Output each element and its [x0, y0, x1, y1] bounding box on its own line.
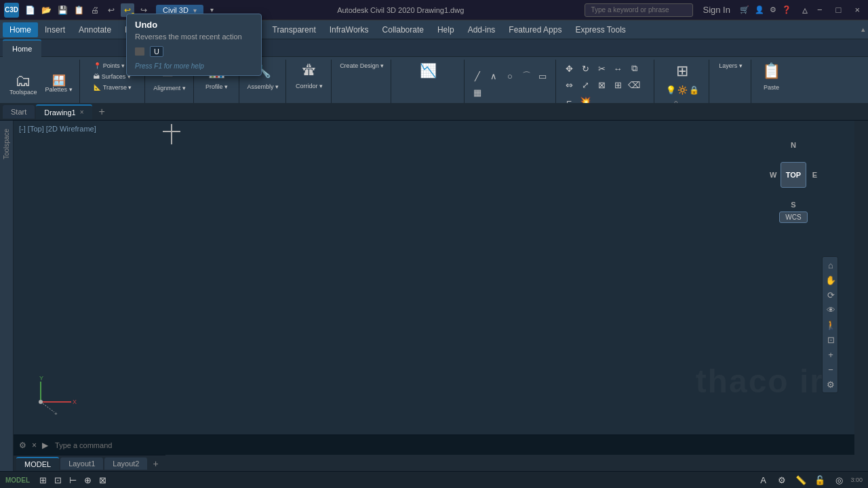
- float-home-button[interactable]: ⌂: [824, 258, 837, 272]
- layers-dropdown[interactable]: Layers ▾: [716, 61, 745, 70]
- rectangle-button[interactable]: ▭: [535, 68, 550, 83]
- copy-button[interactable]: ⧉: [627, 61, 642, 76]
- cmd-settings-icon[interactable]: ⚙: [16, 441, 29, 450]
- units-button[interactable]: 📏: [793, 472, 808, 487]
- isolate-button[interactable]: ◎: [831, 472, 846, 487]
- mirror-button[interactable]: ⇔: [561, 77, 576, 92]
- scale-button[interactable]: ⊠: [594, 77, 609, 92]
- line-button[interactable]: ╱: [470, 68, 485, 83]
- menu-home[interactable]: Home: [3, 22, 38, 37]
- float-zoomin-button[interactable]: +: [824, 348, 837, 361]
- watermark: thaco ir: [696, 363, 824, 400]
- shortcut-key: U: [150, 46, 163, 57]
- menu-infraworks[interactable]: InfraWorks: [323, 22, 376, 37]
- polar-button[interactable]: ⊕: [80, 472, 95, 487]
- circle-button[interactable]: ○: [502, 68, 517, 83]
- float-zoomout-button[interactable]: −: [824, 363, 837, 376]
- tab-layout2[interactable]: Layout2: [104, 458, 147, 470]
- new-button[interactable]: 📄: [23, 3, 37, 17]
- close-button[interactable]: ×: [850, 5, 864, 15]
- menu-featured-apps[interactable]: Featured Apps: [502, 22, 568, 37]
- tab-layout1[interactable]: Layout1: [60, 458, 103, 470]
- array-button[interactable]: ⊞: [610, 77, 625, 92]
- profile-dropdown[interactable]: Profile ▾: [203, 82, 231, 92]
- arc-button[interactable]: ⌒: [519, 68, 534, 83]
- corridor-dropdown[interactable]: Corridor ▾: [293, 81, 326, 91]
- float-settings-button[interactable]: ⚙: [824, 378, 837, 391]
- menu-transparent[interactable]: Transparent: [266, 22, 323, 37]
- menu-insert[interactable]: Insert: [38, 22, 72, 37]
- doc-tabs: Start Drawing1 × +: [0, 103, 868, 121]
- profilesection-button[interactable]: 📉: [417, 61, 439, 80]
- move-button[interactable]: ✥: [561, 61, 576, 76]
- tab-start[interactable]: Start: [3, 105, 35, 119]
- ribbon-tab-home[interactable]: Home: [3, 39, 41, 57]
- float-orbit-button[interactable]: ⟳: [824, 288, 837, 302]
- paste-button[interactable]: 📋: [760, 61, 783, 81]
- search-input[interactable]: [585, 3, 693, 17]
- tab-add-button[interactable]: +: [94, 104, 111, 119]
- plot-button[interactable]: 🖨: [88, 3, 102, 17]
- createdesign-dropdown[interactable]: Create Design ▾: [337, 61, 387, 70]
- tooltip-title: Undo: [135, 20, 253, 30]
- compass: N S E W TOP WCS: [766, 141, 821, 229]
- float-pan-button[interactable]: ✋: [824, 273, 837, 287]
- undo-back-button[interactable]: ↩: [104, 3, 118, 17]
- traverse-button[interactable]: 📐Traverse ▾: [91, 83, 135, 92]
- hatch-button[interactable]: ▦: [470, 85, 485, 100]
- float-extents-button[interactable]: ⊡: [824, 333, 837, 346]
- open-button[interactable]: 📂: [39, 3, 53, 17]
- erase-button[interactable]: ⌫: [627, 77, 642, 92]
- model-tab-add[interactable]: +: [149, 457, 162, 470]
- model-tabs: MODEL Layout1 Layout2 +: [14, 455, 165, 471]
- bracket-open: [-]: [19, 125, 26, 133]
- trim-button[interactable]: ✂: [594, 61, 609, 76]
- menu-annotate[interactable]: Annotate: [72, 22, 118, 37]
- minimize-button[interactable]: −: [813, 5, 827, 15]
- layer-tools-row[interactable]: 💡🔆🔒: [663, 84, 702, 96]
- osnap-button[interactable]: ⊠: [95, 472, 110, 487]
- assembly-dropdown[interactable]: Assembly ▾: [245, 82, 282, 92]
- tab-drawing1[interactable]: Drawing1 ×: [36, 104, 92, 119]
- toolspace-panel: Toolspace: [0, 121, 14, 471]
- menu-help[interactable]: Help: [431, 22, 461, 37]
- stretch-button[interactable]: ⤢: [578, 77, 593, 92]
- corridor-main-button[interactable]: 🛣: [298, 61, 320, 79]
- grid-display-button[interactable]: ⊞: [35, 472, 50, 487]
- palettes-button[interactable]: 🪟 Palettes ▾: [43, 74, 75, 94]
- ortho-button[interactable]: ⊢: [65, 472, 80, 487]
- saveas-button[interactable]: 📋: [72, 3, 85, 17]
- toolspace-button[interactable]: 🗂 Toolspace: [7, 71, 40, 97]
- command-input[interactable]: [51, 441, 852, 449]
- menu-express-tools[interactable]: Express Tools: [568, 22, 632, 37]
- wcs-label[interactable]: WCS: [779, 211, 807, 223]
- time-display: 3:00: [850, 476, 863, 483]
- float-look-button[interactable]: 👁: [824, 303, 837, 317]
- workspace-button[interactable]: ⚙: [774, 472, 789, 487]
- svg-text:+: +: [54, 411, 58, 415]
- maximize-button[interactable]: □: [832, 5, 846, 15]
- alignment-dropdown[interactable]: Alignment ▾: [151, 83, 189, 93]
- lock-button[interactable]: 🔓: [812, 472, 827, 487]
- save-button[interactable]: 💾: [56, 3, 69, 17]
- cmd-arrow-icon[interactable]: ▶: [39, 441, 51, 450]
- app-icon[interactable]: C3D: [4, 3, 19, 18]
- model-indicator[interactable]: MODEL: [5, 476, 30, 484]
- menu-addins[interactable]: Add-ins: [461, 22, 502, 37]
- menu-collaborate[interactable]: Collaborate: [376, 22, 431, 37]
- polyline-button[interactable]: ∧: [486, 68, 501, 83]
- extend-button[interactable]: ↔: [610, 61, 625, 76]
- tooltip-description: Reverses the most recent action: [135, 33, 253, 41]
- compass-center[interactable]: TOP: [781, 162, 806, 188]
- tab-model[interactable]: MODEL: [16, 457, 59, 470]
- snap-button[interactable]: ⊡: [50, 472, 65, 487]
- tab-close-drawing1[interactable]: ×: [80, 108, 84, 116]
- cmd-clear-icon[interactable]: ×: [29, 441, 39, 450]
- annotation-scale-button[interactable]: A: [755, 472, 770, 487]
- drawing-area[interactable]: [-] [Top] [2D Wireframe] N S E W TOP WCS…: [14, 121, 854, 451]
- rotate-button[interactable]: ↻: [578, 61, 593, 76]
- signin-button[interactable]: Sign In: [698, 5, 734, 15]
- float-walk-button[interactable]: 🚶: [824, 318, 837, 331]
- layer-properties-button[interactable]: ⊞: [671, 61, 693, 81]
- points-button[interactable]: 📍Points ▾: [91, 61, 128, 70]
